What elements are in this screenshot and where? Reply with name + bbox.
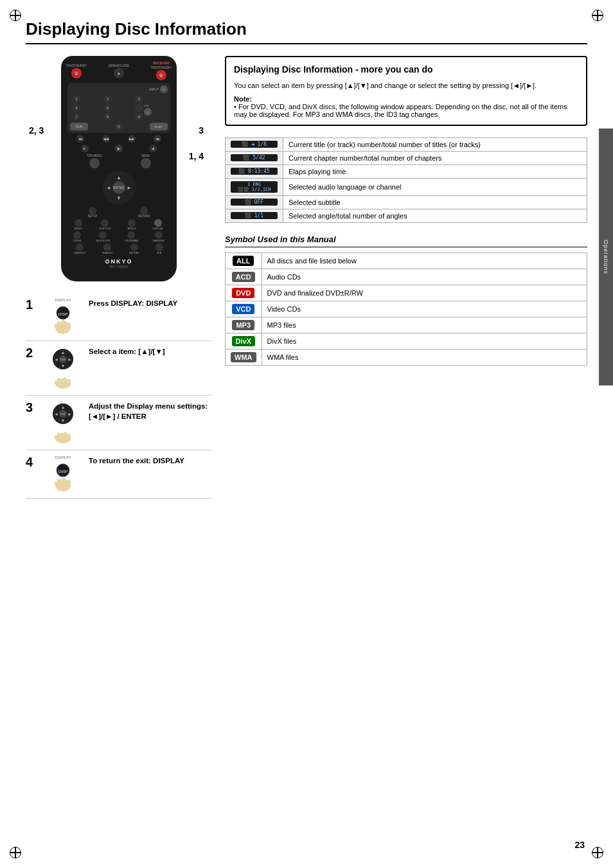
step-label-1-4: 1, 4 <box>189 151 204 161</box>
b-setting-btn[interactable]: B.SET <box>150 123 168 130</box>
display-desc-title: Current title (or track) number/total nu… <box>283 137 587 151</box>
mini-enter-icon-3: ENT <box>59 410 67 418</box>
subtitle-btn[interactable] <box>101 219 109 227</box>
display-desc-chapter: Current chapter number/total number of c… <box>283 151 587 164</box>
info-box-title: Displaying Disc Information - more you c… <box>234 64 578 75</box>
display-row-time: ⬛ 0:13:45 Elaps playing time <box>226 164 587 178</box>
page-title: Displaying Disc Information <box>26 19 587 44</box>
badge-mp3: MP3 <box>232 320 254 330</box>
mini-up-icon: ▲ <box>61 350 66 355</box>
on-standby-btn[interactable]: ⏻ <box>71 68 82 78</box>
setup-btn[interactable] <box>89 207 96 215</box>
step-3-text: Adjust the Display menu settings: [◄]/[►… <box>89 401 212 421</box>
remote-brand: ONKYO <box>66 258 172 265</box>
top-menu-btn[interactable] <box>89 158 100 168</box>
num-2-btn[interactable]: 2 <box>104 95 112 103</box>
search-btn[interactable] <box>103 244 111 251</box>
step-4-image: DISPLAY DISP <box>44 456 82 493</box>
symbol-desc-divx: DivX files <box>262 333 587 349</box>
repeat-btn[interactable] <box>130 244 138 251</box>
num-3-btn[interactable]: 3 <box>135 95 143 103</box>
input-btn[interactable]: + <box>160 85 168 93</box>
audio-btn[interactable] <box>75 219 82 227</box>
nav-left-btn[interactable]: ◄ <box>105 184 112 191</box>
clear-btn[interactable]: CLR <box>70 123 88 130</box>
mini-down-icon-3: ▼ <box>61 418 66 423</box>
random-btn[interactable] <box>155 231 163 239</box>
mini-left-icon-3: ◄ <box>54 412 58 416</box>
badge-cell-vcd: VCD <box>226 301 262 317</box>
open-close-btn[interactable]: ▲ <box>114 68 124 78</box>
page-number: 23 <box>574 840 585 850</box>
mini-right-icon-3: ► <box>67 412 72 416</box>
corner-mark-tl <box>8 8 23 23</box>
step-1-image: DISPLAY DISP <box>44 298 82 335</box>
svg-point-5 <box>63 321 67 332</box>
info-body-text: You can select an item by pressing [▲]/[… <box>234 80 578 91</box>
pause-btn[interactable]: ⏸ <box>81 145 89 152</box>
num-5-btn[interactable]: 5 <box>104 104 112 112</box>
svg-point-24 <box>63 478 67 490</box>
nav-down-btn[interactable]: ▼ <box>115 194 123 202</box>
enter-btn[interactable]: ENTER <box>112 181 125 194</box>
badge-acd: ACD <box>232 272 255 282</box>
num-8-btn[interactable]: 8 <box>104 113 112 121</box>
return-btn[interactable] <box>140 207 148 215</box>
display-row-angle: ⬛ 1/1 Selected angle/total number of ang… <box>226 209 587 222</box>
step-3-number: 3 <box>26 401 37 414</box>
badge-cell-all: ALL <box>226 252 262 269</box>
num-0-btn[interactable]: 0 <box>115 123 123 130</box>
display-row-audio: 1 ENG⬛⬛ 3/2.1CH Selected audio language … <box>226 178 587 195</box>
num-7-btn[interactable]: 7 <box>73 113 80 121</box>
stop-btn[interactable]: ■ <box>149 145 157 152</box>
info-note-label: Note: <box>234 95 252 103</box>
rew-btn[interactable]: ◀◀ <box>102 135 110 143</box>
display-desc-subtitle: Selected subtitle <box>283 195 587 209</box>
program-btn[interactable] <box>127 231 135 239</box>
display-btn[interactable] <box>154 219 162 227</box>
symbol-row-vcd: VCD Video CDs <box>226 301 587 317</box>
step-4-row: 4 DISPLAY DISP To return the <box>26 450 212 499</box>
fwd-btn[interactable]: ▶▶ <box>128 135 136 143</box>
symbol-row-acd: ACD Audio CDs <box>226 269 587 285</box>
marker-btn[interactable] <box>76 244 84 251</box>
nav-right-btn[interactable]: ► <box>125 184 133 191</box>
angle-btn[interactable] <box>128 219 136 227</box>
ab-btn[interactable] <box>155 244 163 251</box>
num-4-btn[interactable]: 4 <box>73 104 80 112</box>
num-6-btn[interactable]: VOL + <box>135 104 143 112</box>
info-note-text: For DVD, VCD, and DivX discs, the follow… <box>234 103 567 118</box>
prev-btn[interactable]: ⏮ <box>76 135 84 143</box>
mini-left-icon: ◄ <box>54 357 58 362</box>
num-9-btn[interactable]: 9 <box>135 113 143 121</box>
badge-cell-mp3: MP3 <box>226 317 262 333</box>
resolution-btn[interactable] <box>99 231 107 239</box>
svg-point-16 <box>63 432 67 442</box>
menu-btn[interactable] <box>141 158 151 168</box>
receiver-standby-btn[interactable]: ⏻ <box>156 70 166 80</box>
next-btn[interactable]: ⏭ <box>154 135 161 143</box>
main-layout: 2, 3 3 1, 4 ON/STANDBY ⏻ OPEN/CLOSE ▲ RE… <box>26 56 587 499</box>
symbol-desc-all: All discs and file listed below <box>262 252 587 269</box>
step-2-text: Select a item: [▲]/[▼] <box>89 346 212 357</box>
step-4-number: 4 <box>26 456 37 468</box>
display-info-table: ⬛ ◄ 1/6 Current title (or track) number/… <box>225 137 587 223</box>
badge-divx: DivX <box>232 336 255 346</box>
symbol-desc-mp3: MP3 files <box>262 317 587 333</box>
step-2-row: 2 ▲ ▼ ◄ ► ENT <box>26 341 212 396</box>
nav-up-btn[interactable]: ▲ <box>115 173 123 181</box>
badge-cell-divx: DivX <box>226 333 262 349</box>
corner-mark-tr <box>590 8 605 23</box>
display-icon-title: ⬛ ◄ 1/6 <box>226 137 283 151</box>
num-1-btn[interactable]: 1 <box>73 95 80 103</box>
play-btn[interactable]: ▶ <box>115 145 123 152</box>
vol-up-btn[interactable]: + <box>144 108 152 116</box>
symbol-row-wma: WMA WMA files <box>226 349 587 365</box>
zoom-btn[interactable] <box>73 231 81 239</box>
symbol-desc-dvd: DVD and finalized DVD±R/RW <box>262 285 587 301</box>
mini-up-icon-3: ▲ <box>61 405 66 409</box>
display-row-chapter: ⬛ 5/42 Current chapter number/total numb… <box>226 151 587 164</box>
display-row-subtitle: ⬛ OFF Selected subtitle <box>226 195 587 209</box>
display-desc-angle: Selected angle/total number of angles <box>283 209 587 222</box>
hand-press-icon-1: DISP <box>49 303 77 335</box>
